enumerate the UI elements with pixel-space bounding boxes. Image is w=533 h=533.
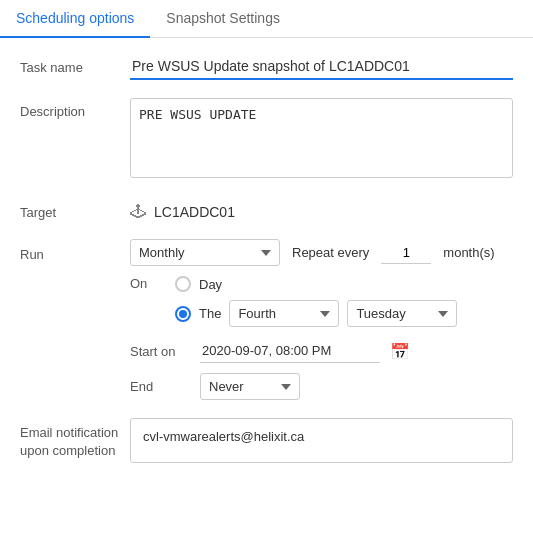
description-row: Description PRE WSUS UPDATE xyxy=(20,98,513,181)
target-area: 🕹 LC1ADDC01 xyxy=(130,199,513,221)
description-label: Description xyxy=(20,98,130,119)
tabs-bar: Scheduling options Snapshot Settings xyxy=(0,0,533,38)
ordinal-select[interactable]: First Second Third Fourth Last xyxy=(229,300,339,327)
task-name-control xyxy=(130,54,513,80)
target-control: 🕹 LC1ADDC01 xyxy=(130,199,513,221)
run-control: Monthly Once Daily Weekly Repeat every m… xyxy=(130,239,513,400)
the-radio-label: The xyxy=(199,306,221,321)
end-row: End Never After On date xyxy=(130,373,513,400)
months-label: month(s) xyxy=(443,245,494,260)
calendar-icon[interactable]: 📅 xyxy=(390,342,410,361)
repeat-label: Repeat every xyxy=(292,245,369,260)
run-frequency-row: Monthly Once Daily Weekly Repeat every m… xyxy=(130,239,513,266)
task-name-label: Task name xyxy=(20,54,130,75)
target-label: Target xyxy=(20,199,130,220)
day-radio[interactable] xyxy=(175,276,191,292)
target-row: Target 🕹 LC1ADDC01 xyxy=(20,199,513,221)
email-value: cvl-vmwarealerts@helixit.ca xyxy=(143,429,304,444)
start-on-row: Start on 📅 xyxy=(130,339,513,363)
day-radio-row: Day xyxy=(175,276,457,292)
tab-snapshot[interactable]: Snapshot Settings xyxy=(150,0,296,38)
radio-group: Day The First Second Third Fourth Last xyxy=(175,276,457,327)
the-radio-row: The First Second Third Fourth Last Sunda… xyxy=(175,300,457,327)
run-row: Run Monthly Once Daily Weekly Repeat eve… xyxy=(20,239,513,400)
frequency-select[interactable]: Monthly Once Daily Weekly xyxy=(130,239,280,266)
description-control: PRE WSUS UPDATE xyxy=(130,98,513,181)
the-radio[interactable] xyxy=(175,306,191,322)
day-radio-label: Day xyxy=(199,277,222,292)
task-name-row: Task name xyxy=(20,54,513,80)
start-on-input[interactable] xyxy=(200,339,380,363)
end-label: End xyxy=(130,379,190,394)
form-body: Task name Description PRE WSUS UPDATE Ta… xyxy=(0,38,533,497)
task-name-input[interactable] xyxy=(130,54,513,80)
end-select[interactable]: Never After On date xyxy=(200,373,300,400)
tab-scheduling[interactable]: Scheduling options xyxy=(0,0,150,38)
email-row: Email notification upon completion cvl-v… xyxy=(20,418,513,463)
target-vm-icon: 🕹 xyxy=(130,203,146,221)
target-value: LC1ADDC01 xyxy=(154,204,235,220)
repeat-value-input[interactable] xyxy=(381,242,431,264)
email-label: Email notification upon completion xyxy=(20,418,130,460)
on-label: On xyxy=(130,276,155,291)
email-input-box[interactable]: cvl-vmwarealerts@helixit.ca xyxy=(130,418,513,463)
weekday-select[interactable]: Sunday Monday Tuesday Wednesday Thursday… xyxy=(347,300,457,327)
start-on-label: Start on xyxy=(130,344,190,359)
description-textarea[interactable]: PRE WSUS UPDATE xyxy=(130,98,513,178)
run-label: Run xyxy=(20,239,130,262)
on-section: On Day The First Second Third xyxy=(130,276,513,327)
